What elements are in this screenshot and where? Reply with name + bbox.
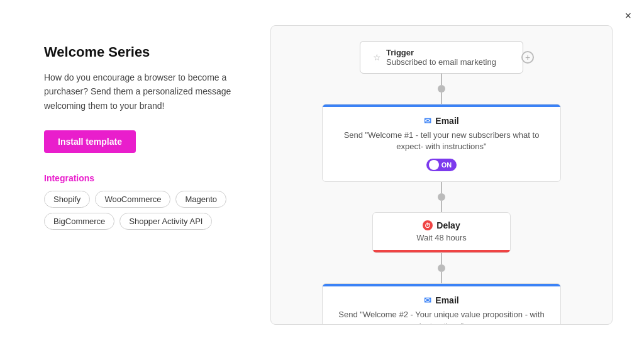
email-node-2: ✉ Email Send "Welcome #2 - Your unique v… — [322, 283, 561, 325]
trigger-label: Trigger — [386, 48, 414, 57]
tag-woocommerce: WooCommerce — [95, 191, 170, 208]
plus-button[interactable]: + — [521, 51, 534, 64]
connector-line-3 — [441, 182, 442, 193]
connector-line-6 — [441, 272, 442, 283]
toggle-text-1: ON — [441, 161, 452, 169]
connector-line-2 — [441, 93, 442, 104]
integrations-label: Integrations — [44, 173, 245, 183]
delay-bottom-bar — [373, 250, 510, 252]
description-text: How do you encourage a browser to become… — [44, 71, 245, 113]
email-icon-2: ✉ — [424, 295, 431, 305]
flow-container: ☆ Trigger Subscribed to email marketing … — [290, 41, 593, 325]
connector-dot-2 — [438, 193, 445, 201]
close-button[interactable]: × — [625, 10, 631, 21]
left-panel: Welcome Series How do you encourage a br… — [44, 25, 245, 325]
toggle-circle-1 — [429, 160, 439, 170]
email-desc-1: Send "Welcome #1 - tell your new subscri… — [335, 130, 548, 152]
email-title-1: ✉ Email — [335, 116, 548, 126]
connector-line-5 — [441, 253, 442, 264]
tags-container: Shopify WooCommerce Magento BigCommerce … — [44, 191, 245, 230]
delay-node: ⏱ Delay Wait 48 hours — [372, 212, 511, 253]
email-content-2: ✉ Email Send "Welcome #2 - Your unique v… — [323, 286, 560, 325]
delay-content: ⏱ Delay Wait 48 hours — [373, 213, 510, 252]
connector-dot-1 — [438, 85, 445, 93]
toggle-1[interactable]: ON — [426, 159, 457, 171]
trigger-node: ☆ Trigger Subscribed to email marketing … — [360, 41, 523, 74]
install-button[interactable]: Install template — [44, 130, 136, 153]
email-icon-1: ✉ — [424, 116, 431, 126]
flow-panel: ☆ Trigger Subscribed to email marketing … — [270, 25, 613, 325]
delay-title: ⏱ Delay — [386, 220, 497, 230]
email-title-2: ✉ Email — [335, 295, 548, 305]
tag-shopper: Shopper Activity API — [119, 213, 212, 230]
trigger-sub: Subscribed to email marketing — [386, 57, 496, 67]
trigger-wrapper: ☆ Trigger Subscribed to email marketing … — [360, 41, 523, 74]
page-title: Welcome Series — [44, 44, 245, 60]
integrations-section: Integrations Shopify WooCommerce Magento… — [44, 173, 245, 230]
delay-desc: Wait 48 hours — [386, 233, 497, 242]
connector-line-4 — [441, 201, 442, 212]
star-icon: ☆ — [373, 52, 381, 62]
email-content-1: ✉ Email Send "Welcome #1 - tell your new… — [323, 107, 560, 181]
tag-shopify: Shopify — [44, 191, 90, 208]
tag-bigcommerce: BigCommerce — [44, 213, 114, 230]
connector-line-1 — [441, 74, 442, 85]
clock-icon: ⏱ — [423, 220, 433, 230]
main-container: Welcome Series How do you encourage a br… — [0, 0, 644, 350]
email-desc-2: Send "Welcome #2 - Your unique value pro… — [335, 309, 548, 325]
trigger-content: Trigger Subscribed to email marketing — [386, 48, 496, 67]
tag-magento: Magento — [175, 191, 226, 208]
connector-dot-3 — [438, 264, 445, 272]
email-node-1: ✉ Email Send "Welcome #1 - tell your new… — [322, 104, 561, 182]
